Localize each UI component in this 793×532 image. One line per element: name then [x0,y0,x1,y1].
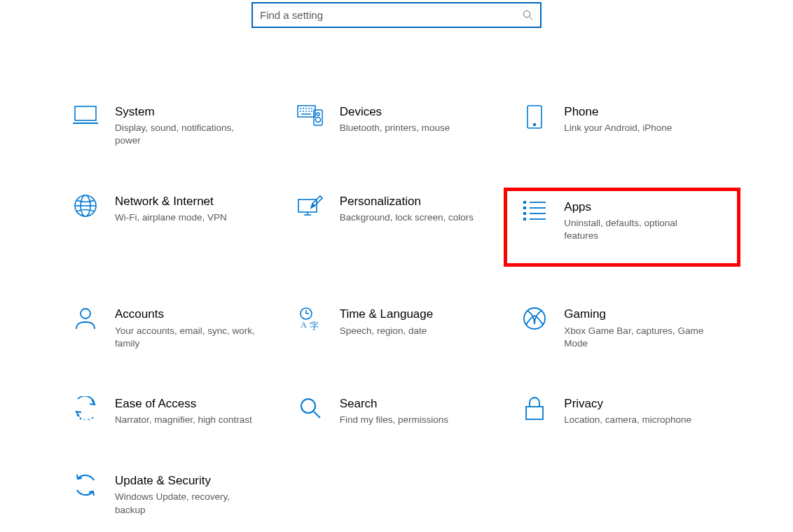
phone-icon [519,104,550,135]
tile-search[interactable]: Search Find my files, permissions [295,393,513,430]
person-icon [70,307,101,337]
tile-title: Devices [340,104,510,119]
svg-rect-30 [523,218,526,220]
tile-desc: Speech, region, date [340,325,487,337]
laptop-icon [70,104,101,135]
desktop-brush-icon [295,194,326,225]
svg-rect-27 [523,201,526,204]
tile-desc: Display, sound, notifications, power [115,122,262,147]
tile-title: Update & Security [115,473,285,488]
globe-icon [70,194,101,225]
tile-desc: Xbox Game Bar, captures, Game Mode [564,325,711,350]
tile-desc: Uninstall, defaults, optional features [564,217,711,242]
tile-title: Privacy [564,396,734,411]
svg-point-20 [534,124,536,126]
tile-time-language[interactable]: A 字 Time & Language Speech, region, date [295,304,513,353]
ease-of-access-icon [70,396,101,427]
svg-rect-2 [75,106,96,120]
tile-desc: Link your Android, iPhone [564,122,711,134]
tile-desc: Narrator, magnifier, high contrast [115,414,262,426]
svg-text:A: A [301,320,307,330]
tile-title: Accounts [115,307,285,321]
svg-point-17 [317,113,319,115]
search-input[interactable] [260,9,523,21]
apps-list-icon [519,200,550,230]
search-box[interactable] [251,2,542,28]
tile-desc: Bluetooth, printers, mouse [340,122,487,134]
tile-title: Personalization [340,194,510,209]
tile-accounts[interactable]: Accounts Your accounts, email, sync, wor… [70,304,288,353]
svg-point-18 [315,118,320,122]
tile-system[interactable]: System Display, sound, notifications, po… [70,102,288,150]
tile-ease-of-access[interactable]: Ease of Access Narrator, magnifier, high… [70,393,288,430]
tile-desc: Windows Update, recovery, backup [115,491,262,516]
xbox-icon [519,307,550,337]
svg-point-42 [301,399,315,413]
magnifier-icon [295,396,326,427]
tile-title: Phone [564,104,734,119]
tile-title: System [115,104,285,119]
svg-point-35 [81,309,90,318]
svg-rect-44 [526,407,543,419]
tile-title: Network & Internet [115,194,285,209]
tile-desc: Find my files, permissions [340,414,487,426]
svg-line-1 [530,17,533,20]
tile-network[interactable]: Network & Internet Wi-Fi, airplane mode,… [70,191,288,264]
sync-arrows-icon [70,473,101,504]
tile-phone[interactable]: Phone Link your Android, iPhone [519,102,737,150]
search-icon [523,10,533,20]
tile-title: Ease of Access [115,396,285,411]
tile-title: Search [340,396,510,411]
tile-title: Gaming [564,307,734,321]
tile-apps[interactable]: Apps Uninstall, defaults, optional featu… [504,188,740,267]
tile-update-security[interactable]: Update & Security Windows Update, recove… [70,470,288,519]
settings-grid: System Display, sound, notifications, po… [0,28,793,519]
tile-devices[interactable]: Devices Bluetooth, printers, mouse [295,102,513,150]
keyboard-speaker-icon [295,104,326,135]
tile-privacy[interactable]: Privacy Location, camera, microphone [519,393,737,430]
tile-personalization[interactable]: Personalization Background, lock screen,… [295,191,513,264]
lock-icon [519,396,550,427]
svg-point-41 [524,308,545,329]
tile-desc: Your accounts, email, sync, work, family [115,325,262,350]
svg-line-43 [314,412,320,418]
tile-gaming[interactable]: Gaming Xbox Game Bar, captures, Game Mod… [519,304,737,353]
tile-desc: Location, camera, microphone [564,414,711,426]
svg-rect-29 [523,212,526,215]
svg-rect-28 [523,206,526,209]
tile-desc: Wi-Fi, airplane mode, VPN [115,211,262,224]
clock-language-icon: A 字 [295,307,326,337]
tile-desc: Background, lock screen, colors [340,211,487,224]
svg-text:字: 字 [310,321,319,330]
tile-title: Time & Language [340,307,510,321]
svg-point-0 [523,10,530,17]
tile-title: Apps [564,200,729,214]
